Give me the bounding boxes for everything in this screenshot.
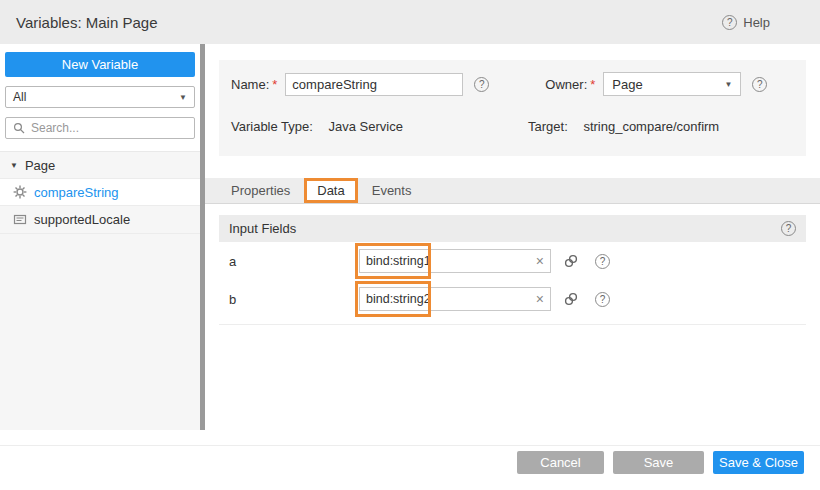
save-button[interactable]: Save bbox=[613, 451, 704, 474]
page-title: Variables: Main Page bbox=[16, 14, 157, 31]
variables-tree: ▼ Page compareString supportedLocale bbox=[0, 151, 200, 430]
service-gear-icon bbox=[13, 185, 27, 199]
owner-selected-value: Page bbox=[612, 77, 642, 92]
field-help-icon[interactable]: ? bbox=[595, 254, 610, 269]
clear-icon[interactable]: × bbox=[536, 254, 544, 268]
tree-expander-icon[interactable]: ▼ bbox=[10, 161, 18, 170]
field-help-icon[interactable]: ? bbox=[595, 292, 610, 307]
new-variable-button[interactable]: New Variable bbox=[5, 52, 195, 77]
name-help-icon[interactable]: ? bbox=[474, 77, 489, 92]
tree-item-label: supportedLocale bbox=[34, 212, 130, 227]
input-fields-help-icon[interactable]: ? bbox=[781, 221, 796, 236]
tabs-bar: Properties Data Events bbox=[205, 178, 820, 204]
field-label: b bbox=[229, 292, 359, 307]
footer-bar: Cancel Save Save & Close bbox=[0, 445, 820, 490]
clear-icon[interactable]: × bbox=[536, 292, 544, 306]
field-b-value-input[interactable] bbox=[366, 292, 532, 306]
help-button[interactable]: ? Help bbox=[722, 15, 770, 30]
variable-type-label: Variable Type: bbox=[231, 119, 313, 134]
header-bar: Variables: Main Page ? Help bbox=[0, 0, 820, 44]
owner-help-icon[interactable]: ? bbox=[752, 77, 767, 92]
help-icon[interactable]: ? bbox=[722, 15, 737, 30]
owner-dropdown[interactable]: Page ▼ bbox=[603, 72, 741, 96]
locale-page-icon bbox=[13, 213, 27, 227]
tree-item-label: compareString bbox=[34, 185, 119, 200]
name-label: Name: bbox=[231, 77, 269, 92]
filter-selected-value: All bbox=[13, 90, 26, 104]
search-input[interactable] bbox=[31, 121, 188, 135]
chevron-down-icon: ▼ bbox=[179, 93, 187, 102]
variable-search[interactable] bbox=[5, 117, 195, 139]
field-a-binding-input[interactable]: × bbox=[359, 249, 551, 273]
field-b-binding-input[interactable]: × bbox=[359, 287, 551, 311]
owner-group: Owner: * Page ▼ ? bbox=[545, 72, 767, 96]
save-and-close-button[interactable]: Save & Close bbox=[713, 451, 804, 474]
variable-type-value: Java Service bbox=[329, 119, 403, 134]
variable-summary-panel: Name: * ? Owner: * Page ▼ ? Variable Typ… bbox=[219, 60, 806, 156]
variable-type-group: Variable Type: Java Service bbox=[231, 119, 528, 134]
bind-link-icon[interactable] bbox=[563, 291, 579, 307]
type-target-row: Variable Type: Java Service Target: stri… bbox=[231, 119, 794, 134]
target-label: Target: bbox=[528, 119, 568, 134]
cancel-button[interactable]: Cancel bbox=[517, 451, 604, 474]
input-fields-list: a × ? b × ? bbox=[219, 242, 806, 325]
name-field[interactable] bbox=[285, 73, 463, 96]
required-marker: * bbox=[590, 77, 595, 92]
tab-data[interactable]: Data bbox=[304, 178, 357, 203]
input-field-row-a: a × ? bbox=[219, 242, 806, 280]
tab-properties[interactable]: Properties bbox=[217, 178, 304, 203]
target-group: Target: string_compare/confirm bbox=[528, 119, 719, 134]
name-owner-row: Name: * ? Owner: * Page ▼ ? bbox=[231, 72, 794, 96]
help-label[interactable]: Help bbox=[743, 15, 770, 30]
tab-events[interactable]: Events bbox=[358, 178, 426, 203]
tree-group-page[interactable]: ▼ Page bbox=[0, 152, 200, 178]
variable-filter-dropdown[interactable]: All ▼ bbox=[5, 86, 195, 108]
field-a-value-input[interactable] bbox=[366, 254, 532, 268]
variables-dialog: Variables: Main Page ? Help New Variable… bbox=[0, 0, 820, 490]
required-marker: * bbox=[272, 77, 277, 92]
owner-label: Owner: bbox=[545, 77, 587, 92]
tree-item-comparestring[interactable]: compareString bbox=[0, 178, 200, 206]
main-content: Name: * ? Owner: * Page ▼ ? Variable Typ… bbox=[205, 44, 820, 445]
target-value: string_compare/confirm bbox=[583, 119, 719, 134]
sidebar-controls: New Variable All ▼ bbox=[0, 44, 200, 151]
field-label: a bbox=[229, 254, 359, 269]
tree-item-supportedlocale[interactable]: supportedLocale bbox=[0, 206, 200, 234]
chevron-down-icon: ▼ bbox=[724, 80, 732, 89]
tree-group-label: Page bbox=[25, 158, 55, 173]
input-fields-header: Input Fields ? bbox=[219, 215, 806, 242]
search-icon bbox=[12, 121, 26, 135]
input-fields-title: Input Fields bbox=[229, 221, 296, 236]
input-field-row-b: b × ? bbox=[219, 280, 806, 318]
variables-sidebar: New Variable All ▼ ▼ Page compareS bbox=[0, 44, 200, 430]
bind-link-icon[interactable] bbox=[563, 253, 579, 269]
